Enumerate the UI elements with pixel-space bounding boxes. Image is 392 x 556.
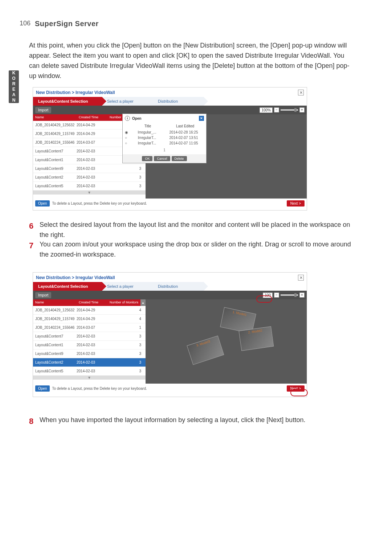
next-button[interactable]: Next > [287, 385, 305, 392]
open-button[interactable]: Open [35, 200, 50, 207]
cell-name: Layout&Content2 [33, 175, 77, 179]
monitor-tile-3[interactable]: 3. Model3 [187, 335, 224, 365]
cell-created: 2014-04-29 [77, 123, 106, 127]
popup-close-icon[interactable]: ✕ [199, 116, 204, 121]
close-icon[interactable]: ✕ [298, 90, 304, 95]
step-distribution[interactable]: Distribution [153, 282, 204, 291]
popup-cell-edited: 2014-02-07 13:51 [163, 136, 204, 140]
popup-page-number: 1 [123, 146, 206, 154]
cell-name: Layout&Content9 [33, 352, 77, 356]
cell-name: Layout&Content5 [33, 369, 77, 373]
popup-cell-title: IrregularT... [131, 141, 163, 145]
monitor-tile-2[interactable]: 2. Model2 [239, 326, 274, 351]
cell-monitors: 1 [106, 326, 146, 330]
popup-col-edited: Last Edited [164, 124, 206, 128]
col-created: Created Time [77, 114, 106, 121]
scroll-up-icon[interactable]: ▲ [140, 299, 146, 306]
zoom-slider-thumb[interactable] [294, 108, 297, 112]
scroll-down-icon[interactable]: ▼ [33, 376, 146, 380]
step-distribution[interactable]: Distribution [153, 97, 204, 106]
popup-ok-button[interactable]: OK [142, 156, 152, 161]
cell-created: 2014-02-03 [77, 158, 106, 162]
info-icon: i [125, 116, 130, 121]
popup-row[interactable]: ○IrregularT...2014-02-07 11:05 [123, 140, 206, 146]
cell-created: 2014-04-29 [77, 317, 106, 321]
close-icon[interactable]: ✕ [298, 275, 304, 281]
next-button[interactable]: Next > [287, 200, 305, 207]
cell-created: 2014-02-03 [77, 149, 106, 153]
cell-name: JOB_20140224_155646 [33, 326, 77, 330]
toolbar: Import 100% − + [33, 106, 307, 114]
radio-icon[interactable]: ○ [125, 136, 131, 140]
cell-created: 2014-04-29 [77, 132, 106, 136]
table-row[interactable]: JOB_20140429_1256322014-04-294 [33, 306, 146, 315]
cell-name: Layout&Content1 [33, 158, 77, 162]
zoom-slider[interactable] [281, 109, 298, 111]
cell-name: Layout&Content5 [33, 184, 77, 188]
popup-cell-title: Irregular_... [131, 130, 163, 134]
step-layout-content[interactable]: Layout&Content Selection [33, 97, 102, 106]
zoom-slider-thumb[interactable] [294, 293, 297, 297]
zoom-percent-field[interactable]: 100 [263, 293, 273, 298]
cell-name: Layout&Content2 [33, 360, 77, 364]
import-button[interactable]: Import [35, 292, 51, 298]
import-button[interactable]: Import [35, 107, 51, 113]
cell-name: JOB_20140429_125632 [33, 123, 77, 127]
popup-row[interactable]: ◉Irregular_...2014-02-28 16:25 [123, 130, 206, 135]
zoom-out-button[interactable]: − [274, 293, 279, 298]
cell-monitors: 3 [106, 334, 146, 338]
cell-name: Layout&Content7 [33, 149, 77, 153]
popup-cell-edited: 2014-02-28 16:25 [163, 130, 204, 134]
radio-icon[interactable]: ◉ [125, 130, 131, 134]
cell-created: 2014-03-07 [77, 326, 106, 330]
cell-monitors: 4 [106, 308, 146, 312]
cell-created: 2014-02-03 [77, 369, 106, 373]
zoom-in-button[interactable]: + [299, 293, 305, 298]
step-number: 8 [29, 415, 38, 428]
zoom-control: 100 − + [263, 293, 305, 298]
workspace-area[interactable]: 1. Model1 2. Model2 3. Model3 [146, 299, 307, 384]
language-label: KOREAN [11, 70, 16, 103]
step-select-player[interactable]: Select a player [102, 282, 153, 291]
zoom-in-button[interactable]: + [299, 107, 305, 113]
col-name: Name [33, 299, 77, 306]
table-row[interactable]: Layout&Content92014-02-033 [33, 164, 146, 173]
step-text: Select the desired layout from the layou… [40, 220, 352, 240]
cell-name: JOB_20140429_115749 [33, 317, 77, 321]
table-row[interactable]: JOB_20140224_1556462014-03-071 [33, 323, 146, 332]
popup-row[interactable]: ○IrregularT...2014-02-07 13:51 [123, 135, 206, 140]
cell-name: JOB_20140429_125632 [33, 308, 77, 312]
table-row[interactable]: Layout&Content72014-02-033 [33, 332, 146, 341]
table-row[interactable]: Layout&Content52014-02-033 [33, 182, 146, 191]
language-side-tab[interactable]: KOREAN [9, 70, 19, 103]
table-row[interactable]: Layout&Content52014-02-033 [33, 367, 146, 376]
footer-hint: To delete a Layout, press the Delete key… [52, 387, 147, 391]
open-button[interactable]: Open [35, 385, 50, 392]
col-monitors: Number of Monitors [106, 299, 140, 306]
layout-table-body: JOB_20140429_1256322014-04-294 JOB_20140… [33, 306, 146, 376]
layout-table-header: Name Created Time Number of Monitors ▲ [33, 299, 146, 306]
step-layout-content[interactable]: Layout&Content Selection [33, 282, 102, 291]
zoom-slider[interactable] [281, 294, 298, 296]
cell-monitors: 3 [106, 167, 146, 171]
cell-monitors: 3 [106, 360, 146, 364]
cell-monitors: 3 [106, 343, 146, 347]
popup-cancel-button[interactable]: Cancel [154, 156, 170, 161]
zoom-control: 100% − + [260, 107, 305, 113]
cell-created: 2014-03-07 [77, 140, 106, 144]
table-row[interactable]: Layout&Content92014-02-033 [33, 349, 146, 358]
table-row[interactable]: Layout&Content12014-02-033 [33, 341, 146, 349]
table-row-selected[interactable]: Layout&Content22014-02-033 [33, 358, 146, 367]
scroll-down-icon[interactable]: ▼ [33, 191, 146, 195]
zoom-percent-field[interactable]: 100% [260, 107, 273, 113]
breadcrumb: New Distribution > Irregular VideoWall [36, 90, 115, 95]
popup-delete-button[interactable]: Delete [172, 156, 187, 161]
zoom-out-button[interactable]: − [274, 107, 279, 113]
step-select-player[interactable]: Select a player [102, 97, 153, 106]
table-row[interactable]: JOB_20140429_1157492014-04-294 [33, 315, 146, 323]
radio-icon[interactable]: ○ [125, 141, 131, 145]
table-row[interactable]: Layout&Content22014-02-033 [33, 173, 146, 182]
col-created: Created Time [77, 299, 106, 306]
cell-monitors: 3 [106, 352, 146, 356]
popup-cell-title: IrregularT... [131, 136, 163, 140]
